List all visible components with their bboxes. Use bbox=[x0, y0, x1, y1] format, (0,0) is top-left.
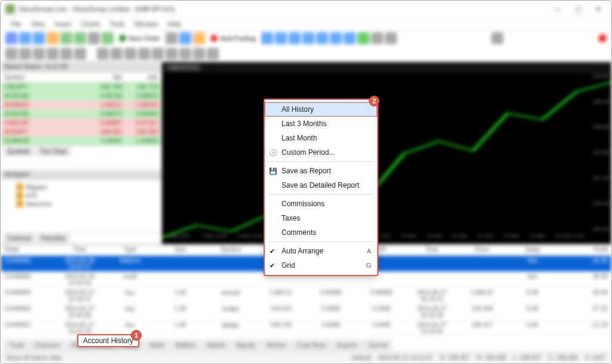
toolbar-icon[interactable] bbox=[47, 32, 59, 44]
cm-custom-period[interactable]: 🕓 Custom Period... bbox=[265, 145, 377, 160]
menu-window[interactable]: Window bbox=[130, 19, 162, 29]
menu-charts[interactable]: Charts bbox=[76, 19, 104, 29]
new-order-button[interactable]: New Order bbox=[115, 33, 164, 43]
toolbar-icon[interactable] bbox=[60, 48, 72, 60]
menu-view[interactable]: View bbox=[27, 19, 50, 29]
menu-help[interactable]: Help bbox=[163, 19, 185, 29]
maximize-button[interactable]: ▢ bbox=[570, 3, 586, 15]
timeframe-h1[interactable] bbox=[152, 48, 164, 60]
terminal-col[interactable]: Time bbox=[54, 246, 105, 254]
toolbar-icon[interactable] bbox=[302, 32, 314, 44]
cm-last-month[interactable]: Last Month bbox=[265, 131, 377, 145]
timeframe-m5[interactable] bbox=[111, 48, 123, 60]
market-watch-row[interactable]: EURAUD1.630421.63093 bbox=[1, 136, 161, 145]
terminal-tab[interactable]: Exposure bbox=[30, 340, 65, 350]
market-watch-row[interactable]: USDJPY156.708156.718 bbox=[1, 82, 161, 91]
cm-save-report[interactable]: 💾 Save as Report bbox=[265, 164, 377, 178]
timeframe-h4[interactable] bbox=[166, 48, 178, 60]
terminal-tab[interactable]: Market bbox=[202, 340, 230, 350]
cm-save-detailed[interactable]: Save as Detailed Report bbox=[265, 178, 377, 192]
toolbar-icon[interactable] bbox=[74, 48, 86, 60]
terminal-tab[interactable]: Trade bbox=[4, 340, 29, 350]
navigator-item[interactable]: Awesome bbox=[5, 200, 157, 208]
timeframe-m30[interactable] bbox=[138, 48, 150, 60]
toolbar-icon[interactable] bbox=[19, 48, 31, 60]
market-watch-row[interactable]: CADCHF0.668970.67147 bbox=[1, 118, 161, 127]
timeframe-d1[interactable] bbox=[179, 48, 191, 60]
timeframe-w1[interactable] bbox=[193, 48, 205, 60]
terminal-col[interactable]: Price bbox=[457, 246, 507, 254]
cm-comments[interactable]: Comments bbox=[265, 225, 377, 240]
terminal-row[interactable]: 214490582024.05.27 10:36:37buy1.00xauusd… bbox=[1, 288, 611, 304]
terminal-col[interactable]: Profit bbox=[558, 246, 608, 254]
toolbar-icon[interactable] bbox=[5, 32, 17, 44]
toolbar-icon[interactable] bbox=[102, 32, 114, 44]
alert-icon[interactable] bbox=[598, 34, 607, 42]
cm-grid[interactable]: ✔ Grid G bbox=[265, 258, 377, 273]
toolbar-icon[interactable] bbox=[33, 32, 45, 44]
toolbar-icon[interactable] bbox=[289, 32, 301, 44]
terminal-tab[interactable]: Code Base bbox=[292, 340, 331, 350]
cm-last-3-months[interactable]: Last 3 Months bbox=[265, 117, 377, 131]
navigator-item[interactable]: Alligator bbox=[5, 183, 157, 191]
toolbar-icon[interactable] bbox=[33, 48, 45, 60]
toolbar-icon[interactable] bbox=[316, 32, 328, 44]
terminal-tab[interactable]: Experts bbox=[332, 340, 362, 350]
plus-icon bbox=[119, 35, 126, 42]
toolbar-icon[interactable] bbox=[74, 32, 86, 44]
menu-insert[interactable]: Insert bbox=[50, 19, 75, 29]
chart-tab[interactable]: GBPJPY,H1 bbox=[166, 64, 201, 71]
market-watch-row[interactable]: AUDUSD0.664730.66483 bbox=[1, 109, 161, 118]
cm-auto-arrange[interactable]: ✔ Auto Arrange A bbox=[265, 244, 377, 258]
timeframe-m1[interactable] bbox=[97, 48, 109, 60]
toolbar-icon[interactable] bbox=[88, 32, 100, 44]
toolbar-icon[interactable] bbox=[385, 32, 397, 44]
terminal-col[interactable]: Type bbox=[105, 246, 155, 254]
toolbar-icon[interactable] bbox=[275, 32, 287, 44]
mw-tab-symbols[interactable]: Symbols bbox=[3, 147, 34, 156]
terminal-col[interactable]: Order bbox=[4, 246, 54, 254]
terminal-tab[interactable]: Alerts bbox=[145, 340, 170, 350]
toolbar-icon[interactable] bbox=[5, 48, 17, 60]
nav-tab-common[interactable]: Common bbox=[3, 234, 36, 243]
toolbar-icon[interactable] bbox=[344, 32, 356, 44]
timeframe-m15[interactable] bbox=[124, 48, 136, 60]
terminal-row[interactable]: 214490652024.05.27 10:45:08buy1.00audjpy… bbox=[1, 304, 611, 320]
terminal-tab[interactable]: Journal bbox=[363, 340, 393, 350]
terminal-col[interactable]: Swap bbox=[507, 246, 558, 254]
cm-taxes[interactable]: Taxes bbox=[265, 211, 377, 225]
toolbar-icon[interactable] bbox=[193, 32, 205, 44]
cm-commissions[interactable]: Commissions bbox=[265, 197, 377, 211]
terminal-tab[interactable]: Signals bbox=[231, 340, 261, 350]
toolbar-icon[interactable] bbox=[357, 32, 369, 44]
toolbar-icon[interactable] bbox=[19, 32, 31, 44]
chart-area[interactable]: GBPJPY,H1 200.20199.40198.60197.80197.00… bbox=[162, 62, 611, 244]
toolbar-icon[interactable] bbox=[261, 32, 273, 44]
toolbar-icon[interactable] bbox=[60, 32, 72, 44]
toolbar-icon[interactable] bbox=[47, 48, 59, 60]
terminal-tab[interactable]: Articles bbox=[261, 340, 290, 350]
nav-tab-favorites[interactable]: Favorites bbox=[37, 234, 70, 243]
toolbar-icon[interactable] bbox=[371, 32, 383, 44]
autotrading-button[interactable]: AutoTrading bbox=[207, 33, 259, 43]
terminal-col[interactable]: Size bbox=[155, 246, 206, 254]
toolbar-icon[interactable] bbox=[179, 32, 191, 44]
account-history-callout[interactable]: Account History bbox=[77, 334, 139, 347]
close-button[interactable]: ✕ bbox=[590, 3, 607, 15]
toolbar-icon[interactable] bbox=[166, 32, 178, 44]
toolbar-icon[interactable] bbox=[330, 32, 342, 44]
market-watch-row[interactable]: AUDJPY104.352104.382 bbox=[1, 127, 161, 136]
minimize-button[interactable]: — bbox=[549, 3, 566, 15]
terminal-col[interactable]: Time bbox=[406, 246, 457, 254]
menu-file[interactable]: File bbox=[7, 19, 26, 29]
mw-tab-tickchart[interactable]: Tick Chart bbox=[35, 147, 71, 156]
navigator-item[interactable]: ATR bbox=[5, 191, 157, 200]
timeframe-mn[interactable] bbox=[207, 48, 219, 60]
menu-tools[interactable]: Tools bbox=[105, 19, 129, 29]
terminal-col[interactable]: Symbol bbox=[206, 246, 256, 254]
market-watch-row[interactable]: AUDCAD0.907060.90816 bbox=[1, 91, 161, 100]
market-watch-row[interactable]: AUDNZD1.082211.08291 bbox=[1, 100, 161, 109]
cm-all-history[interactable]: All History bbox=[265, 102, 377, 117]
terminal-tab[interactable]: Mailbox bbox=[171, 340, 201, 350]
help-icon[interactable] bbox=[491, 32, 503, 44]
